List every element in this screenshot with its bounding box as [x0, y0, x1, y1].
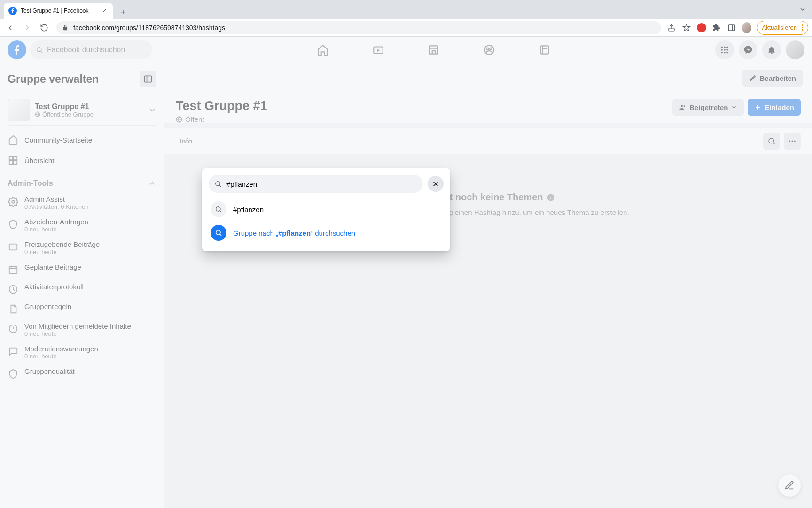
tab-strip-expand[interactable]	[799, 0, 806, 19]
facebook-logo-icon[interactable]	[8, 40, 26, 59]
svg-point-13	[726, 49, 728, 50]
update-button[interactable]: Aktualisieren	[757, 21, 808, 35]
svg-point-33	[792, 140, 793, 142]
profile-avatar[interactable]	[786, 40, 804, 59]
sidebar-item-overview[interactable]: Übersicht	[8, 150, 156, 171]
sidebar-item-community-home[interactable]: Community-Startseite	[8, 129, 156, 150]
search-icon	[36, 46, 43, 54]
close-icon	[431, 180, 440, 188]
admin-item-rules[interactable]: Gruppenregeln	[8, 299, 156, 318]
svg-rect-21	[9, 161, 13, 164]
extensions-icon[interactable]	[712, 23, 721, 32]
compose-fab[interactable]	[778, 474, 801, 497]
search-in-group-icon[interactable]	[763, 133, 780, 150]
browser-chrome: Test Gruppe #1 | Facebook + facebook.com…	[0, 0, 812, 37]
admin-item-admin-assist[interactable]: Admin Assist0 Aktivitäten, 0 Kriterien	[8, 191, 156, 214]
document-icon	[8, 303, 19, 315]
calendar-icon	[8, 264, 19, 275]
sidebar-header: Gruppe verwalten	[8, 71, 156, 87]
profile-avatar-icon[interactable]	[742, 23, 751, 32]
svg-point-5	[487, 48, 489, 50]
suggestion-search-group[interactable]: Gruppe nach „#pflanzen“ durchsuchen	[209, 221, 444, 245]
svg-point-9	[724, 47, 725, 48]
close-button[interactable]	[428, 176, 444, 192]
group-thumbnail	[8, 99, 30, 121]
info-icon[interactable]	[547, 193, 555, 202]
edit-button[interactable]: Bearbeiten	[742, 70, 803, 87]
suggestion-label: Gruppe nach „#pflanzen“ durchsuchen	[233, 229, 355, 237]
panel-toggle-icon[interactable]	[140, 71, 156, 87]
group-visibility: Öffentliche Gruppe	[35, 111, 143, 118]
forward-button[interactable]	[21, 21, 34, 34]
svg-rect-3	[374, 47, 383, 54]
sidebar-title: Gruppe verwalten	[8, 73, 99, 86]
svg-point-2	[37, 48, 41, 52]
badge-icon	[8, 219, 19, 230]
notifications-icon[interactable]	[762, 40, 781, 59]
svg-point-36	[216, 182, 220, 186]
nav-watch-icon[interactable]	[352, 38, 404, 62]
update-label: Aktualisieren	[762, 24, 797, 31]
clock-icon	[8, 284, 19, 295]
dimmed-background: Facebook durchsuchen Gruppe verwalt	[0, 37, 812, 508]
admin-item-badge-requests[interactable]: Abzeichen-Anfragen0 neu heute	[8, 214, 156, 237]
top-search-field[interactable]: Facebook durchsuchen	[30, 40, 152, 59]
svg-point-37	[216, 207, 220, 211]
suggestion-hashtag[interactable]: #pflanzen	[209, 198, 444, 221]
group-title: Test Gruppe #1	[176, 99, 267, 113]
sidebar-item-label: Übersicht	[24, 157, 54, 165]
extension-adblock-icon[interactable]	[697, 23, 706, 32]
sidebar-item-label: Community-Startseite	[24, 136, 92, 144]
close-tab-icon[interactable]	[101, 7, 108, 15]
admin-item-pending-posts[interactable]: Freizugebende Beiträge0 neu heute	[8, 237, 156, 259]
svg-point-32	[789, 140, 790, 142]
svg-point-26	[9, 286, 17, 294]
search-input[interactable]	[226, 180, 417, 188]
nav-groups-icon[interactable]	[463, 38, 515, 62]
lock-icon	[62, 24, 69, 31]
svg-point-12	[724, 49, 725, 50]
invite-button[interactable]: Einladen	[748, 99, 801, 116]
nav-gaming-icon[interactable]	[519, 38, 570, 62]
messenger-icon[interactable]	[739, 40, 757, 59]
back-button[interactable]	[4, 21, 17, 34]
body-row: Gruppe verwalten Test Gruppe #1 Öffentli…	[0, 63, 812, 508]
menu-grid-icon[interactable]	[715, 40, 734, 59]
tab-title: Test Gruppe #1 | Facebook	[21, 8, 97, 14]
svg-rect-7	[540, 46, 548, 54]
admin-item-moderation[interactable]: Moderationswarnungen0 neu heute	[8, 341, 156, 364]
admin-tools-header[interactable]: Admin-Tools	[8, 179, 156, 188]
chevron-down-icon[interactable]	[148, 106, 156, 114]
admin-item-quality[interactable]: Gruppenqualität	[8, 364, 156, 383]
globe-icon	[35, 111, 40, 117]
svg-point-11	[721, 49, 723, 50]
warning-icon	[8, 323, 19, 334]
search-popover: #pflanzen Gruppe nach „#pflanzen“ durchs…	[202, 168, 450, 251]
svg-point-38	[216, 230, 220, 235]
facebook-favicon-icon	[8, 7, 17, 15]
group-card[interactable]: Test Gruppe #1 Öffentliche Gruppe	[8, 95, 156, 126]
search-icon	[211, 225, 226, 241]
search-field[interactable]	[209, 175, 423, 193]
kebab-menu-icon[interactable]	[802, 24, 803, 31]
tab-info[interactable]: Info	[176, 137, 196, 145]
joined-button[interactable]: Beigetreten	[672, 99, 744, 116]
pencil-square-icon	[784, 480, 795, 491]
nav-marketplace-icon[interactable]	[408, 38, 460, 62]
chat-icon	[8, 346, 19, 357]
url-bar[interactable]: facebook.com/groups/1187626598741303/has…	[56, 21, 661, 34]
svg-rect-19	[9, 157, 13, 160]
reload-button[interactable]	[38, 21, 51, 34]
new-tab-button[interactable]: +	[117, 6, 130, 19]
svg-point-23	[12, 200, 15, 203]
browser-tab[interactable]: Test Gruppe #1 | Facebook	[4, 3, 113, 19]
share-icon[interactable]	[667, 23, 676, 32]
left-sidebar: Gruppe verwalten Test Gruppe #1 Öffentli…	[0, 63, 164, 508]
admin-item-scheduled[interactable]: Geplante Beiträge	[8, 259, 156, 279]
bookmark-star-icon[interactable]	[682, 23, 691, 32]
side-panel-icon[interactable]	[727, 23, 736, 32]
admin-item-activity-log[interactable]: Aktivitätenprotokoll	[8, 279, 156, 299]
admin-item-reported[interactable]: Von Mitgliedern gemeldete Inhalte0 neu h…	[8, 318, 156, 341]
nav-home-icon[interactable]	[297, 38, 349, 62]
more-menu-icon[interactable]	[784, 133, 801, 150]
